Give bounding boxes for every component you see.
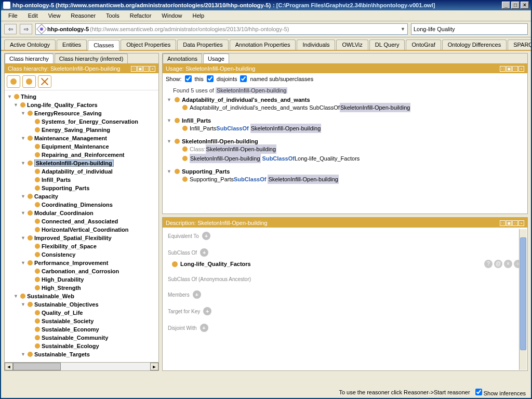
tab-individuals[interactable]: Individuals: [297, 39, 335, 50]
tree-node[interactable]: Equipment_Maintenance: [42, 143, 109, 150]
minimize-button[interactable]: _: [502, 2, 510, 9]
add-target-key-button[interactable]: +: [203, 307, 211, 315]
tree-node[interactable]: EnergyResource_Saving: [34, 110, 102, 116]
ontology-address[interactable]: hhp-ontology-5 (http://www.semanticweb.o…: [35, 23, 408, 35]
tab-sparql-query[interactable]: SPARQL Query: [508, 39, 532, 50]
maximize-button[interactable]: □: [511, 2, 520, 9]
panel-header-buttons[interactable]: □▣□×: [499, 219, 524, 226]
tab-entities[interactable]: Entities: [57, 39, 87, 50]
menu-view[interactable]: View: [44, 11, 65, 20]
search-input[interactable]: [411, 23, 528, 35]
check-this[interactable]: [185, 75, 192, 82]
tree-node[interactable]: Maintenance_Management: [34, 135, 107, 141]
tree-node[interactable]: High_Durability: [42, 276, 84, 283]
add-subclass-button[interactable]: [7, 75, 20, 88]
check-disjoints[interactable]: [207, 75, 214, 82]
subtab-class-hierarchy[interactable]: Class hierarchy: [5, 54, 54, 63]
forward-button[interactable]: ⇨: [20, 24, 32, 34]
tree-node[interactable]: Adaptability_of_individual: [42, 168, 113, 175]
add-disjoint-button[interactable]: +: [200, 324, 208, 332]
scroll-left-icon[interactable]: ◄: [5, 363, 13, 370]
status-text: To use the reasoner click Reasoner->Star…: [339, 389, 470, 395]
tab-dl-query[interactable]: DL Query: [369, 39, 405, 50]
tree-node[interactable]: Supporting_Parts: [42, 185, 89, 191]
tree-node[interactable]: Modular_Coordinaion: [34, 210, 94, 216]
usage-line[interactable]: SkeletonInfill-Open-building SubClassOf …: [182, 154, 523, 163]
tree-node[interactable]: Sustainable_Web: [27, 293, 74, 299]
subtab-class-hierarchy-inferred[interactable]: Class hierarchy (inferred): [55, 54, 128, 63]
tree-thing[interactable]: Thing: [21, 94, 36, 100]
tree-node[interactable]: Quality_of_Life: [42, 310, 83, 316]
usage-line[interactable]: Class: SkeletonInfill-Open-building: [182, 144, 523, 154]
tree-node[interactable]: Long-life_Quality_Factors: [27, 102, 98, 108]
tree-node[interactable]: High_Strength: [42, 285, 81, 291]
tab-object-properties[interactable]: Object Properties: [121, 39, 176, 50]
panel-header-buttons[interactable]: □▣□×: [499, 65, 524, 72]
tree-node[interactable]: Sustaiable_Economy: [42, 326, 99, 332]
add-sibling-button[interactable]: [22, 75, 36, 88]
usage-group-head[interactable]: ▼Infill_Parts: [167, 117, 523, 124]
show-inferences-checkbox[interactable]: [475, 389, 482, 395]
usage-line[interactable]: Infill_Parts SubClassOf SkeletonInfill-O…: [182, 124, 523, 133]
menu-file[interactable]: File: [4, 11, 22, 20]
help-button[interactable]: ?: [484, 260, 493, 268]
tab-ontology-differences[interactable]: Ontology Differences: [442, 39, 507, 50]
tab-owlviz[interactable]: OWLViz: [336, 39, 368, 50]
menu-reasoner[interactable]: Reasoner: [66, 11, 100, 20]
tree-node[interactable]: Improved_Spatial_Flexibility: [34, 235, 112, 241]
close-button[interactable]: ×: [521, 2, 529, 9]
usage-group-head[interactable]: ▼Adaptability_of_individual's_needs_and_…: [167, 97, 523, 103]
tree-node[interactable]: Sustainable_Targets: [34, 351, 90, 357]
back-button[interactable]: ⇦: [4, 24, 17, 34]
tree-node[interactable]: Performance_Improvement: [34, 260, 108, 266]
annotate-button[interactable]: @: [494, 260, 502, 268]
menu-refactor[interactable]: Refactor: [126, 11, 156, 20]
add-equivalent-button[interactable]: +: [202, 232, 210, 240]
scroll-thumb[interactable]: [13, 363, 61, 370]
tree-node[interactable]: Energy_Saving_Planning: [42, 127, 110, 133]
subtab-annotations[interactable]: Annotations: [163, 54, 202, 63]
description-vscrollbar[interactable]: [519, 229, 527, 370]
tree-node[interactable]: Sustainable_Objectives: [34, 301, 99, 308]
vscroll-thumb[interactable]: [520, 237, 526, 350]
address-dropdown-icon[interactable]: ▼: [401, 26, 405, 32]
tree-node[interactable]: Sustainable_Community: [42, 335, 108, 341]
tree-node[interactable]: Capacity: [34, 193, 58, 200]
tab-ontograf[interactable]: OntoGraf: [406, 39, 441, 50]
subtab-usage[interactable]: Usage: [203, 54, 229, 63]
tree-node[interactable]: Systems_for_Energy_Conservation: [42, 118, 138, 125]
tree-node-selected[interactable]: SkeletonInfill-Open-building: [34, 159, 114, 167]
tree-node[interactable]: Consistency: [42, 251, 75, 258]
usage-group-head[interactable]: ▼Supporting_Parts: [167, 168, 523, 175]
tree-node[interactable]: Coordinating_Dimensions: [42, 202, 113, 208]
tab-active-ontology[interactable]: Active Ontology: [4, 39, 56, 50]
panel-header-buttons[interactable]: □▣□×: [130, 65, 155, 72]
tab-annotation-properties[interactable]: Annotation Properties: [230, 39, 296, 50]
tree-hscrollbar[interactable]: ◄ ►: [5, 362, 158, 370]
scroll-right-icon[interactable]: ►: [150, 363, 158, 370]
menu-window[interactable]: Window: [157, 11, 186, 20]
tree-node[interactable]: Sustaiable_Society: [42, 318, 94, 324]
tab-data-properties[interactable]: Data Properties: [177, 39, 228, 50]
remove-button[interactable]: ×: [504, 260, 512, 268]
tree-node[interactable]: HorizontalVertical_Coordination: [42, 227, 128, 233]
menu-help[interactable]: Help: [188, 11, 208, 20]
tree-node[interactable]: Flexibility_of_Space: [42, 243, 97, 249]
tree-node[interactable]: Connected_and_Associated: [42, 218, 118, 224]
class-tree[interactable]: ▼Thing ▼Long-life_Quality_Factors ▼Energ…: [5, 90, 158, 362]
tree-node[interactable]: Carbonation_and_Corrosion: [42, 268, 119, 274]
menu-tools[interactable]: Tools: [102, 11, 124, 20]
usage-line[interactable]: Supporting_Parts SubClassOf SkeletonInfi…: [182, 175, 523, 184]
tree-node[interactable]: Infill_Parts: [42, 177, 71, 183]
tab-classes[interactable]: Classes: [88, 40, 119, 50]
check-named[interactable]: [240, 75, 247, 82]
menu-edit[interactable]: Edit: [24, 11, 42, 20]
add-member-button[interactable]: +: [193, 290, 201, 299]
usage-group-head[interactable]: ▼SkeletonInfill-Open-building: [167, 138, 523, 144]
usage-line[interactable]: Adaptability_of_individual's_needs_and_w…: [182, 103, 523, 112]
tree-node[interactable]: Repairing_and_Reinforcement: [42, 152, 125, 158]
delete-class-button[interactable]: [38, 75, 51, 88]
add-subclass-button[interactable]: +: [200, 248, 208, 257]
tree-node[interactable]: Sustainable_Ecology: [42, 343, 99, 349]
subclass-value-row[interactable]: Long-life_Quality_Factors ? @ × ○: [172, 260, 522, 268]
